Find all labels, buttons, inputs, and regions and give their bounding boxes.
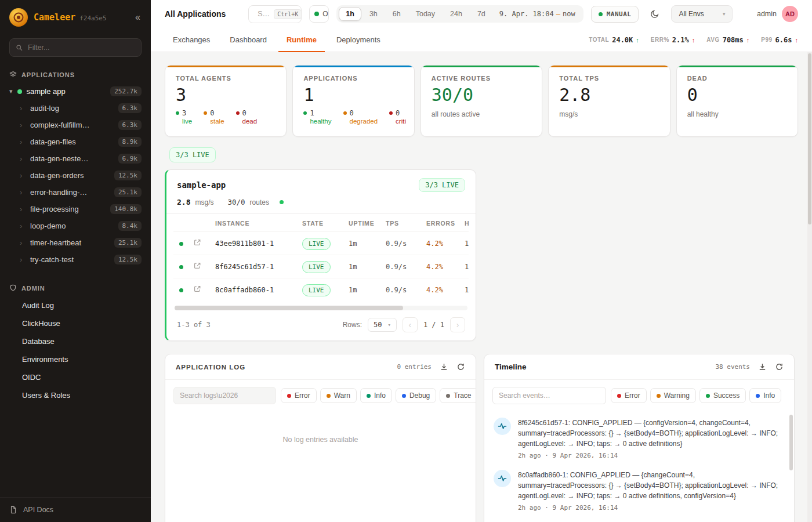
brand-id: f24a5e5 bbox=[79, 14, 106, 22]
env-select-value: All Envs bbox=[679, 10, 704, 18]
sidebar-item-error-handling[interactable]: › error-handling-… 25.1k bbox=[0, 184, 151, 201]
stat-card-applications: APPLICATIONS 1 1 healthy 0 degraded 0 cr… bbox=[292, 65, 414, 137]
sample-app-card: sample-app 3/3 LIVE 2.8 msg/s 30/0 route… bbox=[165, 169, 476, 341]
topbar: All Applications S… Ctrl+K O 1h 3h 6h To… bbox=[151, 0, 812, 28]
debug-dot bbox=[402, 394, 406, 398]
user-menu[interactable]: admin AD bbox=[757, 6, 798, 22]
sidebar-item-data-gen-nested[interactable]: › data-gen-neste… 6.9k bbox=[0, 150, 151, 167]
time-range-3h[interactable]: 3h bbox=[362, 7, 385, 21]
table-row[interactable]: 8f6245c61d57-1 LIVE 1m 0.9/s 4.2% 1 bbox=[173, 255, 469, 278]
tps: 0.9/s bbox=[383, 286, 424, 294]
chevron-right-icon: › bbox=[20, 222, 26, 230]
stat-error-rate: ERR% 2.1% ↑ bbox=[651, 36, 695, 44]
event-filter-success[interactable]: Success bbox=[699, 388, 746, 403]
admin-item-environments[interactable]: Environments bbox=[0, 350, 151, 368]
rows-per-page-select[interactable]: 50 ▾ bbox=[368, 318, 397, 332]
tab-deployments[interactable]: Deployments bbox=[328, 28, 389, 52]
sidebar: Cameleer f24a5e5 « APPLICATIONS ▾ sample… bbox=[0, 0, 151, 522]
count-badge: 12.5k bbox=[114, 255, 142, 264]
external-link-icon[interactable] bbox=[193, 262, 201, 270]
admin-item-clickhouse[interactable]: ClickHouse bbox=[0, 314, 151, 332]
tree-item-label: data-gen-orders bbox=[30, 171, 84, 180]
sidebar-item-try-catch-test[interactable]: › try-catch-test 12.5k bbox=[0, 251, 151, 268]
table-row[interactable]: 8c0affadb860-1 LIVE 1m 0.9/s 4.2% 1 bbox=[173, 278, 469, 301]
activity-icon bbox=[494, 470, 511, 487]
external-link-icon[interactable] bbox=[193, 238, 201, 246]
date-separator: – bbox=[554, 10, 563, 18]
timeline-event[interactable]: 8f6245c61d57-1: CONFIG_APPLIED — {config… bbox=[494, 412, 786, 465]
arrow-up-icon: ↑ bbox=[746, 37, 750, 44]
download-icon bbox=[440, 362, 448, 371]
api-docs-link[interactable]: API Docs bbox=[0, 497, 151, 522]
log-search-input[interactable] bbox=[173, 387, 276, 404]
log-filter-debug[interactable]: Debug bbox=[396, 388, 436, 403]
admin-item-database[interactable]: Database bbox=[0, 332, 151, 350]
info-dot bbox=[756, 394, 760, 398]
tree-root-label: sample app bbox=[27, 87, 66, 96]
admin-item-users-roles[interactable]: Users & Roles bbox=[0, 386, 151, 404]
sidebar-item-file-processing[interactable]: › file-processing 140.8k bbox=[0, 201, 151, 217]
manual-mode-button[interactable]: MANUAL bbox=[591, 6, 639, 23]
scrollbar-thumb[interactable] bbox=[175, 306, 403, 310]
date-to: now bbox=[563, 10, 575, 18]
manual-mode-label: MANUAL bbox=[607, 10, 632, 18]
sidebar-item-sample-app[interactable]: ▾ sample app 252.7k bbox=[0, 83, 151, 100]
global-search[interactable]: S… Ctrl+K bbox=[248, 5, 302, 23]
event-filter-warning[interactable]: Warning bbox=[650, 388, 696, 403]
refresh-events-button[interactable] bbox=[775, 362, 784, 371]
brand-name: Cameleer bbox=[34, 12, 75, 23]
tab-dashboard[interactable]: Dashboard bbox=[222, 28, 275, 52]
status-dot bbox=[389, 111, 393, 115]
card-accent bbox=[293, 66, 414, 67]
event-filter-error[interactable]: Error bbox=[611, 388, 647, 403]
sidebar-item-data-gen-files[interactable]: › data-gen-files 8.9k bbox=[0, 133, 151, 150]
time-range-1h[interactable]: 1h bbox=[339, 7, 361, 21]
filter-input[interactable] bbox=[28, 44, 135, 52]
time-range-7d[interactable]: 7d bbox=[470, 7, 492, 21]
admin-item-oidc[interactable]: OIDC bbox=[0, 368, 151, 386]
date-range[interactable]: 9. Apr. 18:04–now bbox=[494, 10, 581, 18]
timeline-event[interactable]: 43ee9811b801-1: CONFIG_APPLIED — {change… bbox=[494, 517, 786, 522]
table-row[interactable]: 43ee9811b801-1 LIVE 1m 0.9/s 4.2% 1 bbox=[173, 231, 469, 255]
chevron-right-icon: › bbox=[20, 155, 26, 162]
log-filter-info[interactable]: Info bbox=[360, 388, 392, 403]
page-indicator: 1 / 1 bbox=[423, 321, 444, 329]
scrollbar-thumb[interactable] bbox=[808, 53, 811, 224]
sidebar-collapse-button[interactable]: « bbox=[133, 12, 143, 23]
refresh-logs-button[interactable] bbox=[456, 362, 465, 371]
dark-mode-toggle[interactable] bbox=[646, 5, 664, 23]
external-link-icon[interactable] bbox=[193, 285, 201, 293]
sidebar-item-audit-log[interactable]: › audit-log 6.3k bbox=[0, 100, 151, 117]
extra-metric: 1 bbox=[462, 240, 476, 248]
time-range-6h[interactable]: 6h bbox=[386, 7, 408, 21]
page-scrollbar[interactable] bbox=[807, 52, 812, 522]
download-events-button[interactable] bbox=[758, 362, 767, 371]
sidebar-item-loop-demo[interactable]: › loop-demo 8.4k bbox=[0, 217, 151, 234]
env-select[interactable]: All Envs ▾ bbox=[671, 5, 733, 23]
admin-item-audit-log[interactable]: Audit Log bbox=[0, 296, 151, 314]
timeline-event[interactable]: 8c0affadb860-1: CONFIG_APPLIED — {change… bbox=[494, 465, 786, 517]
event-search-input[interactable] bbox=[492, 387, 606, 404]
next-page-button[interactable]: › bbox=[450, 317, 465, 332]
timeline-scrollbar-thumb[interactable] bbox=[789, 415, 793, 470]
sidebar-item-complex-fulfillment[interactable]: › complex-fulfillm… 6.3k bbox=[0, 117, 151, 133]
download-logs-button[interactable] bbox=[440, 362, 448, 371]
status-dot bbox=[343, 111, 347, 115]
time-range-today[interactable]: Today bbox=[409, 7, 442, 21]
time-range-24h[interactable]: 24h bbox=[443, 7, 469, 21]
app-tps-value: 2.8 bbox=[177, 198, 190, 206]
tab-runtime[interactable]: Runtime bbox=[278, 28, 325, 52]
live-indicator[interactable]: O bbox=[309, 5, 329, 23]
event-filter-info[interactable]: Info bbox=[749, 388, 781, 403]
horizontal-scrollbar[interactable] bbox=[175, 306, 467, 310]
log-filter-error[interactable]: Error bbox=[281, 388, 317, 403]
sidebar-item-timer-heartbeat[interactable]: › timer-heartbeat 25.1k bbox=[0, 234, 151, 251]
summary-stats: TOTAL 24.0K ↑ ERR% 2.1% ↑ AVG 708ms ↑ P9… bbox=[589, 28, 798, 52]
prev-page-button[interactable]: ‹ bbox=[403, 317, 418, 332]
log-filter-warn[interactable]: Warn bbox=[320, 388, 357, 403]
log-filter-trace[interactable]: Trace bbox=[440, 388, 476, 403]
sidebar-item-data-gen-orders[interactable]: › data-gen-orders 12.5k bbox=[0, 167, 151, 184]
event-text: 8f6245c61d57-1: CONFIG_APPLIED — {config… bbox=[518, 418, 780, 449]
tab-exchanges[interactable]: Exchanges bbox=[165, 28, 218, 52]
tree-item-label: audit-log bbox=[30, 104, 59, 113]
